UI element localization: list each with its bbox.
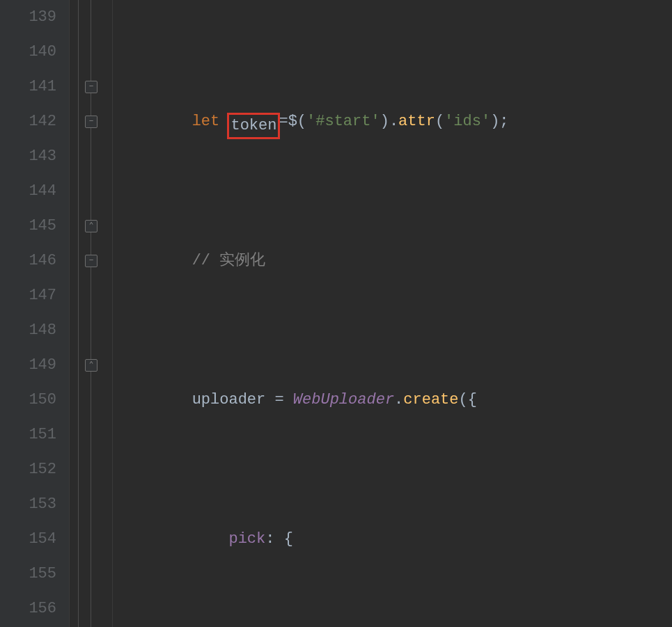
fold-toggle-icon[interactable]: −	[85, 255, 97, 267]
code-line[interactable]: uploader = WebUploader.create({	[113, 383, 514, 418]
code-line[interactable]: pick: {	[113, 522, 514, 557]
line-number: 149	[0, 348, 56, 383]
line-number: 141	[0, 70, 56, 104]
line-number: 142	[0, 104, 56, 139]
line-number: 155	[0, 557, 56, 592]
line-number: 139	[0, 0, 56, 35]
line-number: 144	[0, 174, 56, 209]
fold-close-icon[interactable]: ⌃	[85, 359, 97, 372]
keyword-let: let	[192, 113, 220, 130]
line-number: 147	[0, 278, 56, 313]
line-number: 148	[0, 313, 56, 348]
line-number-gutter: 139 140 141 142 143 144 145 146 147 148 …	[0, 0, 70, 627]
line-number: 152	[0, 452, 56, 487]
fold-column: − − ⌃ − ⌃	[70, 0, 113, 627]
line-number: 153	[0, 487, 56, 522]
fold-toggle-icon[interactable]: −	[85, 81, 97, 93]
code-line[interactable]: // 实例化	[113, 244, 514, 278]
code-area[interactable]: let token=$('#start').attr('ids'); // 实例…	[113, 0, 514, 627]
line-number: 150	[0, 383, 56, 418]
fold-toggle-icon[interactable]: −	[85, 116, 97, 128]
fold-close-icon[interactable]: ⌃	[85, 220, 97, 232]
line-number: 154	[0, 522, 56, 557]
line-number: 146	[0, 244, 56, 278]
line-number: 140	[0, 35, 56, 70]
code-line[interactable]: let token=$('#start').attr('ids');	[113, 104, 514, 139]
line-number: 151	[0, 418, 56, 452]
class-name: WebUploader	[293, 391, 394, 408]
line-number: 156	[0, 592, 56, 626]
highlight-box: token	[227, 113, 280, 139]
code-editor[interactable]: 139 140 141 142 143 144 145 146 147 148 …	[0, 0, 672, 627]
line-number: 145	[0, 209, 56, 244]
line-number: 143	[0, 139, 56, 174]
comment: // 实例化	[192, 252, 266, 269]
